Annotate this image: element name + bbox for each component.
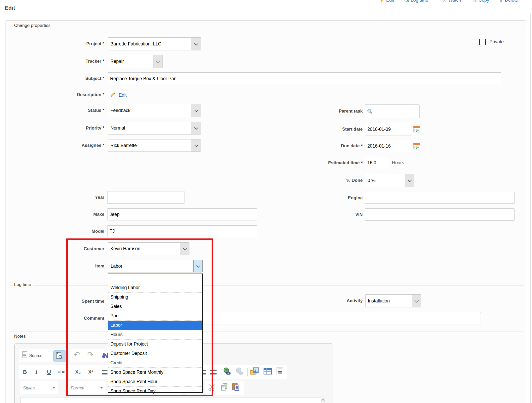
make-input[interactable]: Jeep [107,208,257,220]
dropdown-option[interactable]: Part [108,311,202,321]
item-select[interactable]: Labor [108,260,203,272]
chevron-down-icon [192,104,201,117]
notes-textarea[interactable] [20,398,322,403]
percent-done-select[interactable]: 0 % [365,174,414,187]
toolbar-divider [247,368,248,376]
issue-edit-page: Edit Log time ★ Watch Copy Delete Edit C… [0,0,532,403]
dropdown-option[interactable] [108,274,202,283]
calendar-icon[interactable] [413,126,420,134]
italic-button[interactable]: I [35,365,38,379]
subject-input[interactable]: Replace Torque Box & Floor Pan [108,72,501,85]
calendar-icon[interactable] [413,143,420,151]
toolbar-divider [99,352,99,360]
start-date-label: Start date [271,123,363,136]
tracker-select[interactable]: Repair [108,55,163,68]
customer-label: Customer [26,242,104,255]
toolbar-divider [99,368,99,376]
parent-task-input[interactable] [365,104,420,118]
spent-time-label: Spent time [26,295,104,308]
chevron-down-icon [52,387,55,389]
scroll-up-icon [321,399,325,402]
due-date-input[interactable]: 2016-01-16 [365,140,411,152]
hours-suffix: Hours [392,157,404,169]
numbered-list-icon[interactable] [102,369,107,375]
chevron-down-icon [192,38,201,50]
item-dropdown-list: Welding Labor Shipping Sales Part Labor … [108,273,203,393]
activity-select[interactable]: Installation [365,294,421,307]
styles-dropdown[interactable]: Styles [20,381,58,394]
parent-task-label: Parent task [271,104,363,118]
priority-label: Priority* [26,122,104,135]
tracker-label: Tracker* [26,55,104,68]
toolbar-copy-link[interactable]: Copy [472,0,489,4]
unlink-icon[interactable] [235,367,244,376]
dropdown-option[interactable]: Deposit for Project [108,340,202,349]
editor-scrollbar[interactable] [321,398,325,403]
trash-icon [499,0,503,2]
toolbar-edit-link[interactable]: Edit [380,0,394,4]
cut-icon[interactable] [208,383,216,391]
toolbar-delete-link[interactable]: Delete [499,0,518,4]
start-date-input[interactable]: 2016-01-09 [365,123,411,136]
priority-select[interactable]: Normal [108,122,201,135]
clock-plus-icon [404,0,409,3]
subject-label: Subject* [26,72,104,85]
page-title: Edit [5,5,15,11]
insert-image-icon[interactable] [250,367,259,376]
redo-icon[interactable]: ↷ [87,350,94,359]
copy-pages-icon[interactable] [220,383,228,391]
format-dropdown[interactable]: Format [68,381,106,394]
private-label: Private [489,39,504,45]
toolbar-watch-link[interactable]: ★ Watch [442,0,461,4]
private-checkbox[interactable] [479,39,486,45]
template-magnifier-icon [56,352,63,360]
assignee-select[interactable]: Rick Barrette [108,139,201,152]
bold-button[interactable]: B [23,365,27,379]
model-label: Model [26,225,104,237]
customer-select[interactable]: Kevin Harrison [108,242,189,255]
subscript-button[interactable]: X₂ [75,365,81,379]
year-input[interactable] [107,191,184,204]
engine-label: Engine [271,192,363,204]
toolbar-log-time-link[interactable]: Log time [404,0,428,4]
activity-label: Activity [271,294,363,307]
underline-button[interactable]: U [47,365,51,379]
justify-block-icon[interactable] [210,369,217,375]
undo-icon[interactable]: ↶ [74,350,80,359]
page-edge-divider [530,14,531,403]
vin-input[interactable] [365,208,515,221]
dropdown-option[interactable]: Welding Labor [108,283,202,293]
model-input[interactable]: TJ [107,225,257,237]
dropdown-option[interactable]: Hours [108,330,202,340]
project-select[interactable]: Barrette Fabrication, LLC [108,37,201,50]
dropdown-option[interactable]: Shop Space Rent Hour [108,377,202,387]
source-button[interactable]: Source [29,349,43,362]
toolbar-divider [71,368,71,376]
dropdown-option[interactable]: Customer Deposit [108,349,202,358]
horizontal-rule-icon[interactable] [276,367,284,376]
paste-icon[interactable] [232,382,240,391]
pencil-icon [110,91,116,98]
engine-input[interactable] [365,192,515,204]
dropdown-option[interactable]: Shop Space Rent Monthly [108,368,202,377]
comment-label: Comment [26,312,104,324]
dropdown-option-selected[interactable]: Labor [108,321,202,330]
chevron-down-icon [153,55,162,68]
preview-template-button[interactable] [53,350,66,362]
insert-link-icon[interactable] [223,367,231,376]
estimated-time-input[interactable]: 16.0 [365,157,389,169]
insert-table-icon[interactable] [264,367,272,375]
superscript-button[interactable]: X² [88,365,93,379]
status-label: Status* [26,104,104,117]
dropdown-option[interactable]: Shop Space Rent Day [108,387,202,396]
dropdown-option[interactable]: Credit [108,358,202,368]
chevron-down-icon [100,387,103,389]
item-label: Item [26,260,104,272]
dropdown-option[interactable]: Shipping [108,293,202,302]
description-edit-link[interactable]: Edit [119,91,127,99]
status-select[interactable]: Feedback [108,104,201,117]
dropdown-option[interactable]: Sales [108,302,202,311]
copy-icon [472,0,477,2]
chevron-down-icon [412,295,421,307]
strikethrough-button[interactable]: abc [58,365,65,379]
